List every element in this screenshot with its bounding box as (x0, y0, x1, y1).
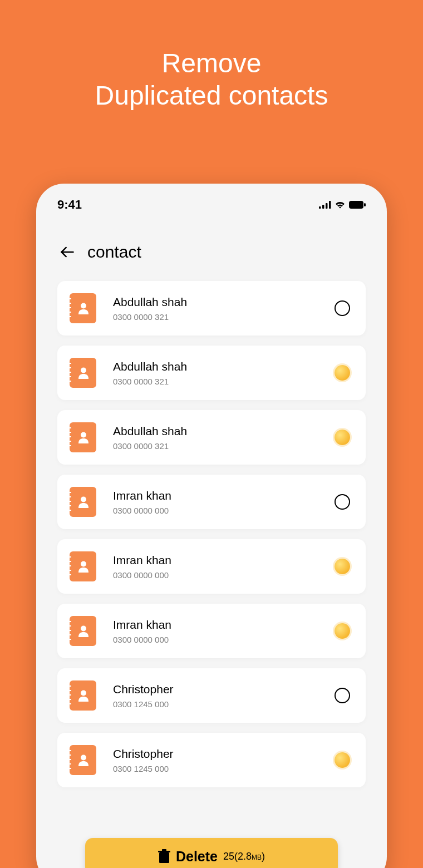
select-checkbox[interactable] (335, 365, 350, 381)
contact-name: Christopher (113, 747, 335, 761)
select-checkbox[interactable] (335, 300, 350, 316)
back-arrow-icon[interactable] (60, 244, 75, 260)
contact-card[interactable]: Abdullah shah0300 0000 321 (57, 346, 366, 400)
svg-rect-17 (162, 849, 166, 851)
svg-point-8 (81, 368, 86, 373)
select-checkbox[interactable] (335, 430, 350, 445)
svg-point-7 (81, 303, 86, 309)
contact-name: Abdullah shah (113, 295, 335, 309)
contact-info: Abdullah shah0300 0000 321 (113, 425, 335, 451)
phone-frame: 9:41 contact Abdullah shah0300 0000 321A… (36, 184, 387, 868)
contact-phone: 0300 0000 321 (113, 441, 335, 451)
contact-phone: 0300 0000 321 (113, 377, 335, 386)
contact-card[interactable]: Abdullah shah0300 0000 321 (57, 281, 366, 336)
contact-book-icon (70, 358, 96, 388)
contact-info: Abdullah shah0300 0000 321 (113, 295, 335, 322)
contact-info: Imran khan0300 0000 000 (113, 489, 335, 515)
svg-point-11 (81, 561, 86, 567)
contact-name: Imran khan (113, 489, 335, 502)
app-header: contact (36, 218, 387, 275)
contact-name: Christopher (113, 683, 335, 696)
contact-card[interactable]: Imran khan0300 0000 000 (57, 604, 366, 658)
svg-rect-4 (349, 201, 363, 209)
contact-info: Abdullah shah0300 0000 321 (113, 360, 335, 386)
contact-phone: 0300 0000 000 (113, 506, 335, 515)
select-checkbox[interactable] (335, 623, 350, 639)
contact-card[interactable]: Christopher0300 1245 000 (57, 668, 366, 723)
select-checkbox[interactable] (335, 688, 350, 703)
contact-name: Imran khan (113, 554, 335, 567)
contact-info: Christopher0300 1245 000 (113, 747, 335, 773)
contact-card[interactable]: Christopher0300 1245 000 (57, 733, 366, 787)
contact-info: Christopher0300 1245 000 (113, 683, 335, 709)
svg-point-13 (81, 691, 86, 696)
select-checkbox[interactable] (335, 494, 350, 510)
contact-info: Imran khan0300 0000 000 (113, 618, 335, 644)
svg-point-12 (81, 626, 86, 632)
wifi-icon (335, 201, 346, 209)
delete-button[interactable]: Delete 25(2.8MB) (85, 838, 338, 868)
select-checkbox[interactable] (335, 559, 350, 574)
svg-rect-5 (364, 203, 366, 206)
contact-info: Imran khan0300 0000 000 (113, 554, 335, 580)
select-checkbox[interactable] (335, 752, 350, 768)
promo-line1: Remove (0, 47, 423, 80)
contact-name: Abdullah shah (113, 425, 335, 438)
contact-card[interactable]: Imran khan0300 0000 000 (57, 539, 366, 594)
battery-icon (349, 201, 366, 209)
status-time: 9:41 (57, 198, 82, 212)
contact-phone: 0300 0000 000 (113, 570, 335, 580)
promo-line2: Duplicated contacts (0, 80, 423, 112)
contact-book-icon (70, 422, 96, 452)
contact-book-icon (70, 680, 96, 711)
contact-book-icon (70, 293, 96, 323)
svg-point-9 (81, 432, 86, 438)
page-title: contact (87, 243, 141, 262)
status-icons (319, 201, 366, 209)
signal-icon (319, 201, 331, 209)
contact-phone: 0300 0000 000 (113, 635, 335, 644)
contact-book-icon (70, 487, 96, 517)
contact-phone: 0300 1245 000 (113, 764, 335, 773)
svg-rect-1 (322, 205, 324, 209)
status-bar: 9:41 (36, 184, 387, 218)
contact-name: Abdullah shah (113, 360, 335, 373)
contact-book-icon (70, 551, 96, 581)
delete-label: Delete (176, 849, 218, 865)
contact-card[interactable]: Imran khan0300 0000 000 (57, 475, 366, 529)
contact-phone: 0300 0000 321 (113, 312, 335, 322)
contact-list: Abdullah shah0300 0000 321Abdullah shah0… (36, 275, 387, 787)
contact-book-icon (70, 745, 96, 775)
contact-name: Imran khan (113, 618, 335, 632)
svg-point-14 (81, 755, 86, 761)
svg-rect-2 (326, 203, 328, 209)
promo-title: Remove Duplicated contacts (0, 0, 423, 111)
svg-rect-0 (319, 206, 321, 209)
contact-phone: 0300 1245 000 (113, 699, 335, 709)
svg-point-10 (81, 497, 86, 502)
svg-rect-15 (159, 852, 169, 863)
delete-count: 25(2.8MB) (223, 851, 265, 862)
contact-card[interactable]: Abdullah shah0300 0000 321 (57, 410, 366, 465)
svg-rect-3 (329, 201, 331, 209)
contact-book-icon (70, 616, 96, 646)
trash-icon (158, 849, 170, 864)
